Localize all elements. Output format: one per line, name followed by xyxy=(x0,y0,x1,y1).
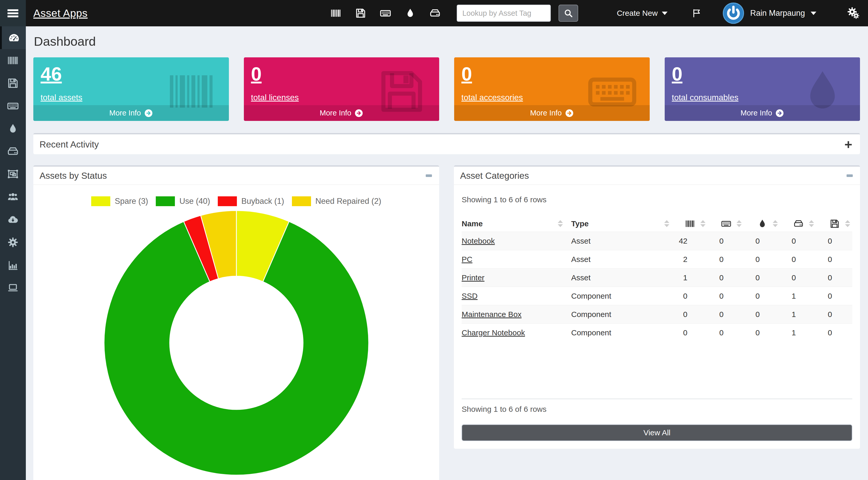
droplet-icon xyxy=(757,218,768,229)
table-row: Charger Notebook Component00010 xyxy=(462,324,852,342)
user-name: Rain Marpaung xyxy=(750,8,805,18)
category-link[interactable]: Notebook xyxy=(462,237,495,245)
count-cell: 0 xyxy=(816,324,852,342)
category-type-cell: Asset xyxy=(565,232,672,250)
category-link[interactable]: Maintenance Box xyxy=(462,310,522,319)
info-box-label[interactable]: total assets xyxy=(40,93,83,102)
category-link[interactable]: SSD xyxy=(462,292,478,300)
legend-label: Buyback (1) xyxy=(241,197,284,206)
col-header-droplet[interactable] xyxy=(744,216,780,232)
table-row: Notebook Asset420000 xyxy=(462,232,852,250)
save-icon[interactable] xyxy=(355,7,366,19)
assets-by-status-panel: Assets by Status Spare (3) Use (40) Buyb… xyxy=(33,166,439,480)
arrow-circle-right-icon xyxy=(775,109,784,118)
sidebar-item-barcode[interactable] xyxy=(0,49,26,72)
hard-drive-icon xyxy=(793,218,804,229)
hard-drive-icon xyxy=(7,145,19,157)
save-icon xyxy=(7,77,19,89)
info-box-content: 0 total accessories xyxy=(454,57,650,102)
chart-legend: Spare (3) Use (40) Buyback (1) Need Repa… xyxy=(33,196,439,206)
count-cell: 2 xyxy=(672,250,708,268)
col-header-barcode[interactable] xyxy=(672,216,708,232)
info-boxes-row: 46 total assets More Info 0 total licens… xyxy=(33,57,860,121)
flag-icon[interactable] xyxy=(691,8,702,19)
info-box-label[interactable]: total licenses xyxy=(251,93,299,102)
category-link[interactable]: Printer xyxy=(462,273,485,282)
collapse-minus-button[interactable] xyxy=(426,174,432,177)
search-icon xyxy=(563,8,573,18)
sidebar-item-hard-drive[interactable] xyxy=(0,140,26,163)
col-header-save[interactable] xyxy=(816,216,852,232)
settings-cogs-icon[interactable] xyxy=(847,7,860,19)
col-header-type[interactable]: Type xyxy=(565,216,672,232)
showing-rows-text-bottom: Showing 1 to 6 of 6 rows xyxy=(462,405,852,414)
bar-chart-icon xyxy=(7,259,19,271)
sort-carets[interactable] xyxy=(664,220,669,227)
sidebar-item-gear[interactable] xyxy=(0,231,26,254)
sidebar-item-users[interactable] xyxy=(0,185,26,208)
info-box-count[interactable]: 0 xyxy=(672,63,683,85)
info-box-total-assets: 46 total assets More Info xyxy=(33,57,229,121)
category-name-cell: PC xyxy=(462,250,565,268)
info-box-label[interactable]: total consumables xyxy=(672,93,739,102)
count-cell: 0 xyxy=(708,268,744,287)
search-input[interactable] xyxy=(457,5,551,22)
expand-plus-button[interactable]: + xyxy=(844,138,852,151)
category-link[interactable]: PC xyxy=(462,255,472,264)
cloud-download-icon xyxy=(7,214,19,226)
recent-activity-panel: Recent Activity + xyxy=(33,133,860,154)
sort-carets[interactable] xyxy=(845,220,850,227)
collapse-minus-button[interactable] xyxy=(846,174,853,177)
user-menu[interactable]: Rain Marpaung xyxy=(722,2,816,24)
sort-carets[interactable] xyxy=(700,220,706,227)
sidebar-item-object-group[interactable] xyxy=(0,163,26,185)
sidebar-item-gauge[interactable] xyxy=(0,26,26,49)
create-new-label: Create New xyxy=(617,9,658,18)
col-header-name[interactable]: Name xyxy=(462,216,565,232)
hard-drive-icon[interactable] xyxy=(429,7,441,19)
info-box-label[interactable]: total accessories xyxy=(461,93,523,102)
barcode-icon[interactable] xyxy=(330,7,342,19)
info-box-count[interactable]: 46 xyxy=(40,63,62,85)
info-box-content: 0 total licenses xyxy=(244,57,439,102)
count-cell: 0 xyxy=(672,324,708,342)
count-cell: 0 xyxy=(708,250,744,268)
showing-rows-text-top: Showing 1 to 6 of 6 rows xyxy=(462,195,852,204)
sidebar-item-laptop[interactable] xyxy=(0,276,26,299)
sort-carets[interactable] xyxy=(737,220,742,227)
search-button[interactable] xyxy=(559,5,578,22)
lower-panels-row: Assets by Status Spare (3) Use (40) Buyb… xyxy=(33,166,860,480)
create-new-dropdown[interactable]: Create New xyxy=(617,9,668,18)
view-all-button[interactable]: View All xyxy=(462,424,852,441)
sidebar-toggle-button[interactable] xyxy=(0,0,26,26)
page-title: Dashboard xyxy=(33,26,860,49)
keyboard-icon[interactable] xyxy=(380,7,391,19)
sidebar-item-droplet[interactable] xyxy=(0,117,26,140)
count-cell: 0 xyxy=(708,232,744,250)
brand-link[interactable]: Asset Apps xyxy=(33,7,88,19)
col-header-hard-drive[interactable] xyxy=(780,216,816,232)
table-row: Maintenance Box Component00010 xyxy=(462,305,852,324)
table-row: PC Asset20000 xyxy=(462,250,852,268)
arrow-circle-right-icon xyxy=(144,109,153,118)
sort-carets[interactable] xyxy=(809,220,814,227)
info-box-count[interactable]: 0 xyxy=(461,63,472,85)
sidebar-item-keyboard[interactable] xyxy=(0,95,26,117)
count-cell: 42 xyxy=(672,232,708,250)
info-box-count[interactable]: 0 xyxy=(251,63,262,85)
info-box-total-accessories: 0 total accessories More Info xyxy=(454,57,650,121)
asset-tag-search xyxy=(457,5,578,22)
sort-carets[interactable] xyxy=(558,220,563,227)
col-header-keyboard[interactable] xyxy=(708,216,744,232)
category-link[interactable]: Charger Notebook xyxy=(462,328,525,337)
table-row: SSD Component00010 xyxy=(462,287,852,305)
sidebar-item-cloud-download[interactable] xyxy=(0,208,26,231)
barcode-icon xyxy=(7,55,19,66)
sidebar-item-bar-chart[interactable] xyxy=(0,254,26,276)
save-icon xyxy=(830,218,840,229)
sort-carets[interactable] xyxy=(773,220,778,227)
sidebar-item-save[interactable] xyxy=(0,72,26,95)
count-cell: 0 xyxy=(816,232,852,250)
droplet-icon[interactable] xyxy=(405,7,416,19)
legend-label: Use (40) xyxy=(179,197,210,206)
